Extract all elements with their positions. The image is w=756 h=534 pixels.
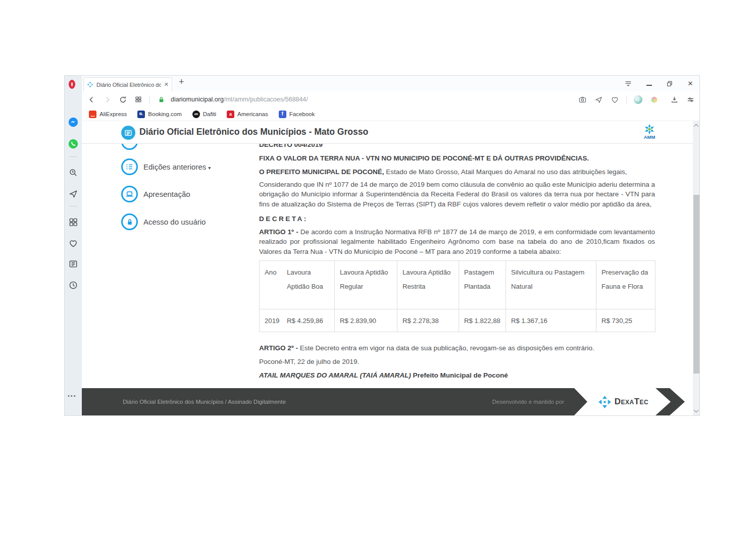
aliexpress-icon: ‿	[89, 111, 96, 118]
header-silvicultura: Silvicultura ou Pastagem Natural	[506, 261, 596, 309]
secure-lock-icon[interactable]	[157, 95, 166, 104]
vtn-table: Ano Lavoura Aptidão Boa Lavoura Aptidão …	[259, 260, 656, 332]
news-icon[interactable]	[68, 259, 78, 269]
table-row: 2019 R$ 4.259,86 R$ 2.839,90 R$ 2.278,38…	[260, 309, 656, 332]
extension-cube-icon[interactable]	[649, 95, 659, 104]
snapshot-camera-icon[interactable]	[578, 95, 587, 104]
site-title: Diário Oficial Eletrônico dos Municípios…	[139, 127, 368, 137]
footer-bar: Diário Oficial Eletrônico dos Municípios…	[82, 388, 587, 415]
scroll-up-arrow[interactable]	[694, 124, 699, 129]
address-bar: diariomunicipal.org/mt/amm/publicacoes/5…	[82, 91, 699, 108]
bookmark-heart-icon[interactable]	[610, 95, 619, 104]
footer-chevron-decoration	[656, 388, 685, 415]
history-clock-icon[interactable]	[68, 280, 78, 290]
bookmark-americanas[interactable]: a Americanas	[227, 111, 268, 118]
amm-star-icon	[643, 123, 656, 135]
scrollbar-thumb[interactable]	[693, 195, 699, 373]
signature-name: ATAIL MARQUES DO AMARAL (TAIÁ AMARAL)	[259, 371, 411, 379]
article-2-rest: Este Decreto entra em vigor na data de s…	[298, 344, 594, 352]
table-header-row: Ano Lavoura Aptidão Boa Lavoura Aptidão …	[260, 261, 656, 309]
messenger-icon[interactable]	[68, 117, 78, 127]
decree-dateline: Poconé-MT, 22 de julho de 2019.	[259, 357, 655, 366]
article-1-bold: ARTIGO 1º -	[259, 228, 298, 236]
decreta-heading: DECRETA:	[259, 214, 655, 224]
dexatec-compass-icon	[598, 395, 612, 409]
decree-preamble: O PREFEITO MUNICIPAL DE POCONÉ, Estado d…	[259, 167, 655, 177]
dafiti-icon: dft	[192, 111, 200, 118]
send-to-flow-icon[interactable]	[594, 95, 603, 104]
bookmark-aliexpress[interactable]: ‿ AliExpress	[89, 111, 127, 118]
preamble-rest: Estado de Mato Grosso, Atail Marques do …	[384, 168, 627, 176]
url-host: diariomunicipal.org	[171, 96, 224, 103]
url-field[interactable]: diariomunicipal.org/mt/amm/publicacoes/5…	[171, 96, 308, 103]
desktop: ••• Diário Oficial Eletrônico do ✕ +	[0, 0, 756, 534]
bookmark-label: AliExpress	[99, 111, 127, 117]
header-ano-lavoura-boa: Ano Lavoura Aptidão Boa	[260, 261, 335, 309]
booking-icon: B.	[137, 111, 145, 118]
restore-button[interactable]	[666, 80, 674, 88]
browser-window: ••• Diário Oficial Eletrônico do ✕ +	[65, 76, 699, 415]
user-access-lock-icon[interactable]	[121, 213, 138, 230]
decree-subject: FIXA O VALOR DA TERRA NUA - VTN NO MUNIC…	[259, 153, 655, 163]
bookmark-dafiti[interactable]: dft Dafiti	[192, 111, 216, 118]
header-lavoura-restrita: Lavoura Aptidão Restrita	[397, 261, 459, 309]
header-pastagem-plantada: Pastagem Plantada	[459, 261, 506, 309]
speed-dial-grid-icon[interactable]	[134, 95, 143, 104]
extension-orb-icon[interactable]	[634, 95, 642, 104]
gazette-logo-icon	[121, 126, 135, 140]
cell-lavoura-restrita: R$ 2.278,38	[397, 309, 459, 332]
cell-lavoura-regular: R$ 2.839,90	[335, 309, 397, 332]
decree-article-1: ARTIGO 1º - De acordo com a Instrução No…	[259, 227, 655, 256]
site-footer: Diário Oficial Eletrônico dos Municípios…	[82, 388, 693, 415]
americanas-icon: a	[227, 111, 234, 118]
cell-silvicultura: R$ 1.367,16	[506, 309, 596, 332]
dexatec-brand-name: DexaTec	[615, 397, 649, 407]
opera-menu-icon[interactable]	[69, 80, 75, 89]
presentation-icon[interactable]	[121, 186, 138, 202]
cell-ano-lavoura-boa: 2019 R$ 4.259,86	[260, 309, 335, 332]
bookmark-label: Americanas	[237, 111, 268, 117]
minimize-button[interactable]	[645, 80, 653, 88]
nav-item-previous-editions[interactable]: Edições anteriores▾	[143, 158, 211, 176]
dexatec-logo[interactable]: DexaTec	[591, 388, 656, 415]
search-icon[interactable]	[68, 168, 78, 178]
nav-item-user-access[interactable]: Acesso do usuário	[143, 213, 206, 230]
scroll-down-arrow[interactable]	[694, 408, 699, 413]
decree-considerando: Considerando que IN nº 1077 de 14 de mar…	[259, 180, 655, 209]
sidebar-settings-button[interactable]: •••	[68, 393, 77, 399]
new-tab-button[interactable]: +	[179, 77, 184, 87]
bookmarks-heart-icon[interactable]	[68, 238, 78, 248]
tab-close-icon[interactable]: ✕	[164, 81, 169, 88]
cell-pastagem-plantada: R$ 1.822,88	[459, 309, 506, 332]
whatsapp-icon[interactable]	[68, 139, 78, 149]
page-scrollbar[interactable]	[693, 121, 699, 415]
speed-dial-icon[interactable]	[68, 217, 78, 227]
previous-editions-icon[interactable]	[121, 158, 138, 175]
decree-signature: ATAIL MARQUES DO AMARAL (TAIÁ AMARAL) Pr…	[259, 370, 655, 380]
downloads-icon[interactable]	[670, 95, 679, 104]
decree-article-2: ARTIGO 2º - Este Decreto entra em vigor …	[259, 343, 655, 353]
header-preservacao: Preservação da Fauna e Flora	[596, 261, 656, 309]
nav-item-presentation[interactable]: Apresentação	[143, 186, 190, 202]
tab-menu-icon[interactable]	[624, 80, 632, 88]
bookmarks-bar: ‿ AliExpress B. Booking.com dft Dafiti a…	[82, 108, 699, 121]
address-divider	[626, 96, 627, 103]
footer-credit-text: Desenvolvido e mantido por	[492, 399, 564, 405]
easy-setup-sliders-icon[interactable]	[686, 95, 695, 104]
forward-button[interactable]	[103, 95, 112, 104]
article-1-rest: De acordo com a Instrução Normativa RFB …	[259, 228, 655, 255]
back-button[interactable]	[87, 95, 96, 104]
preamble-bold: O PREFEITO MUNICIPAL DE POCONÉ,	[259, 168, 384, 176]
reload-button[interactable]	[118, 95, 127, 104]
nav-label: Edições anteriores	[143, 163, 206, 171]
footer-left-text: Diário Oficial Eletrônico dos Municípios…	[123, 399, 286, 405]
my-flow-icon[interactable]	[68, 189, 78, 199]
bookmark-booking[interactable]: B. Booking.com	[137, 111, 181, 118]
browser-tab[interactable]: Diário Oficial Eletrônico do ✕	[83, 77, 172, 91]
amm-logo[interactable]: AMM	[639, 123, 660, 140]
bookmark-facebook[interactable]: f Facebook	[279, 111, 315, 118]
chevron-down-icon: ▾	[208, 165, 211, 171]
amm-caption: AMM	[639, 134, 660, 140]
page-viewport: DECRETO 004/2019 Diário Oficial Eletrôni…	[82, 121, 699, 415]
close-button[interactable]: ✕	[686, 80, 694, 88]
